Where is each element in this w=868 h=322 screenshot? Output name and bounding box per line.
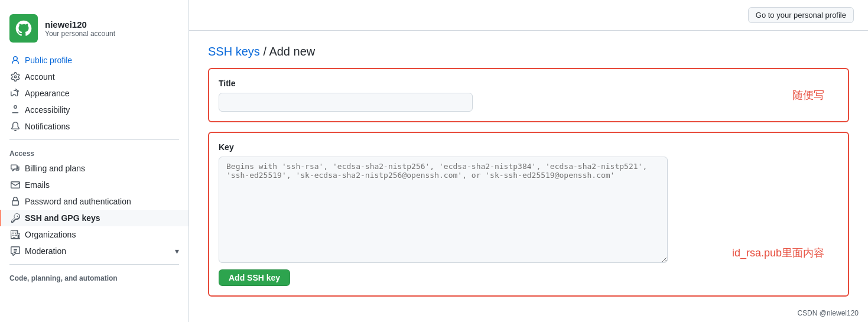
breadcrumb: SSH keys / Add new: [208, 45, 849, 58]
sidebar-item-account[interactable]: Account: [0, 69, 188, 85]
chevron-down-icon: ▾: [175, 246, 179, 256]
sidebar-item-billing[interactable]: Billing and plans: [0, 160, 188, 177]
lock-icon: [11, 197, 20, 206]
gear-icon: [11, 72, 20, 82]
mail-icon: [11, 180, 20, 190]
sidebar-item-moderation[interactable]: Moderation ▾: [0, 243, 188, 259]
sidebar-nav: Public profile Account Appearance: [0, 52, 188, 285]
person-icon: [11, 56, 20, 65]
bell-icon: [11, 122, 20, 131]
sidebar-item-label: Notifications: [25, 122, 70, 131]
sidebar-item-public-profile[interactable]: Public profile: [0, 52, 188, 69]
sidebar-item-appearance[interactable]: Appearance: [0, 85, 188, 102]
sidebar-username: niewei120: [45, 19, 115, 30]
sidebar-user: niewei120 Your personal account: [0, 9, 188, 52]
sidebar-item-label: Appearance: [25, 89, 70, 98]
moderation-icon: [11, 246, 20, 256]
ssh-keys-link[interactable]: SSH keys: [208, 45, 260, 58]
sidebar-divider: [9, 139, 179, 140]
sidebar: niewei120 Your personal account Public p…: [0, 0, 189, 322]
breadcrumb-separator: /: [263, 45, 269, 58]
sidebar-item-password[interactable]: Password and authentication: [0, 193, 188, 210]
sidebar-item-label: Emails: [25, 180, 50, 190]
breadcrumb-current: Add new: [269, 45, 315, 58]
sidebar-item-label: SSH and GPG keys: [25, 213, 100, 223]
main-content: SSH keys / Add new Title 随便写 Key id_rsa.…: [189, 31, 868, 322]
footer-text: CSDN @niewei120: [797, 309, 859, 317]
top-bar: Go to your personal profile: [189, 0, 868, 31]
key-icon: [11, 213, 20, 223]
org-icon: [11, 230, 20, 239]
sidebar-item-organizations[interactable]: Organizations: [0, 226, 188, 243]
sidebar-item-emails[interactable]: Emails: [0, 177, 188, 193]
key-section: Key id_rsa.pub里面内容 Add SSH key: [208, 132, 849, 297]
go-profile-button[interactable]: Go to your personal profile: [748, 7, 854, 23]
sidebar-item-label: Organizations: [25, 230, 76, 239]
sidebar-subtitle: Your personal account: [45, 30, 115, 38]
key-textarea[interactable]: [219, 157, 668, 263]
key-label: Key: [219, 142, 838, 152]
sidebar-item-label: Password and authentication: [25, 197, 131, 206]
sidebar-item-label: Accessibility: [25, 105, 70, 115]
title-section: Title 随便写: [208, 68, 849, 122]
title-label: Title: [219, 79, 838, 88]
sidebar-item-label: Account: [25, 72, 55, 82]
sidebar-item-notifications[interactable]: Notifications: [0, 118, 188, 135]
add-ssh-key-button[interactable]: Add SSH key: [219, 269, 290, 286]
title-annotation: 随便写: [792, 88, 824, 102]
avatar: [9, 14, 38, 43]
sidebar-item-label: Public profile: [25, 56, 72, 65]
sidebar-item-ssh-gpg[interactable]: SSH and GPG keys: [0, 210, 188, 226]
sidebar-divider-2: [9, 264, 179, 265]
access-section-label: Access: [0, 145, 188, 160]
title-input[interactable]: [219, 93, 473, 112]
sidebar-item-label: Moderation: [25, 246, 66, 256]
code-section-label: Code, planning, and automation: [0, 269, 188, 285]
key-annotation: id_rsa.pub里面内容: [732, 246, 824, 260]
paintbrush-icon: [11, 89, 20, 98]
billing-icon: [11, 164, 20, 173]
sidebar-item-label: Billing and plans: [25, 164, 85, 173]
accessibility-icon: [11, 105, 20, 115]
sidebar-item-accessibility[interactable]: Accessibility: [0, 102, 188, 118]
